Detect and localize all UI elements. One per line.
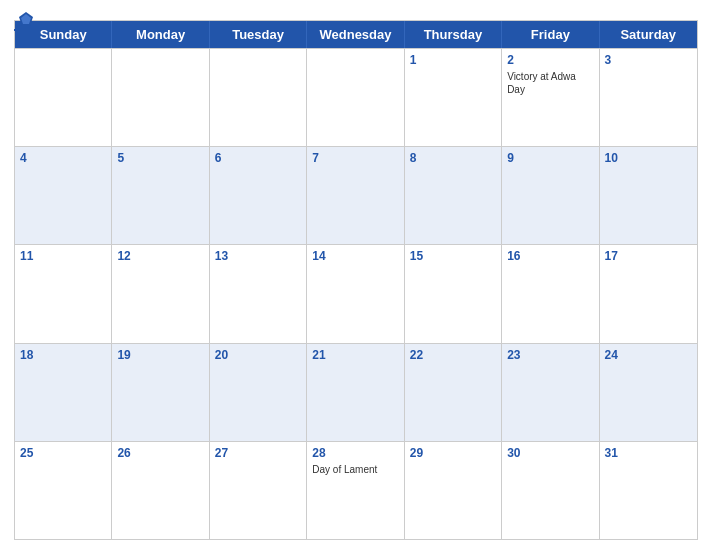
day-number: 12 xyxy=(117,248,203,265)
day-cell: 2Victory at Adwa Day xyxy=(502,49,599,146)
day-cell: 20 xyxy=(210,344,307,441)
day-number: 21 xyxy=(312,347,398,364)
day-cell: 17 xyxy=(600,245,697,342)
day-header-friday: Friday xyxy=(502,21,599,48)
day-number: 10 xyxy=(605,150,692,167)
day-number: 25 xyxy=(20,445,106,462)
day-number: 18 xyxy=(20,347,106,364)
day-number: 29 xyxy=(410,445,496,462)
logo-underline xyxy=(14,29,35,31)
week-row-2: 45678910 xyxy=(15,146,697,244)
day-number: 22 xyxy=(410,347,496,364)
logo xyxy=(14,10,35,31)
week-row-5: 25262728Day of Lament293031 xyxy=(15,441,697,539)
holiday-label: Day of Lament xyxy=(312,463,398,476)
day-number: 16 xyxy=(507,248,593,265)
day-number: 3 xyxy=(605,52,692,69)
day-number: 19 xyxy=(117,347,203,364)
day-number: 27 xyxy=(215,445,301,462)
day-cell: 6 xyxy=(210,147,307,244)
day-number: 5 xyxy=(117,150,203,167)
day-number: 26 xyxy=(117,445,203,462)
day-number: 13 xyxy=(215,248,301,265)
day-cell: 13 xyxy=(210,245,307,342)
day-cell: 14 xyxy=(307,245,404,342)
day-cell: 21 xyxy=(307,344,404,441)
calendar-header xyxy=(14,10,698,14)
day-header-tuesday: Tuesday xyxy=(210,21,307,48)
day-header-monday: Monday xyxy=(112,21,209,48)
day-header-thursday: Thursday xyxy=(405,21,502,48)
day-number: 8 xyxy=(410,150,496,167)
logo-icon xyxy=(17,10,35,28)
day-number: 20 xyxy=(215,347,301,364)
day-cell: 22 xyxy=(405,344,502,441)
week-row-3: 11121314151617 xyxy=(15,244,697,342)
day-cell: 19 xyxy=(112,344,209,441)
day-number: 28 xyxy=(312,445,398,462)
day-cell: 12 xyxy=(112,245,209,342)
day-number: 6 xyxy=(215,150,301,167)
day-cell xyxy=(210,49,307,146)
day-headers-row: SundayMondayTuesdayWednesdayThursdayFrid… xyxy=(15,21,697,48)
calendar-grid: SundayMondayTuesdayWednesdayThursdayFrid… xyxy=(14,20,698,540)
day-number: 31 xyxy=(605,445,692,462)
day-cell: 31 xyxy=(600,442,697,539)
day-cell: 24 xyxy=(600,344,697,441)
calendar-wrapper: SundayMondayTuesdayWednesdayThursdayFrid… xyxy=(0,0,712,550)
day-number: 7 xyxy=(312,150,398,167)
day-number: 30 xyxy=(507,445,593,462)
day-cell: 7 xyxy=(307,147,404,244)
day-cell: 16 xyxy=(502,245,599,342)
day-cell: 9 xyxy=(502,147,599,244)
day-cell: 8 xyxy=(405,147,502,244)
day-number: 17 xyxy=(605,248,692,265)
day-cell: 25 xyxy=(15,442,112,539)
day-cell: 30 xyxy=(502,442,599,539)
day-cell: 4 xyxy=(15,147,112,244)
day-cell xyxy=(112,49,209,146)
day-cell: 1 xyxy=(405,49,502,146)
day-cell: 15 xyxy=(405,245,502,342)
day-number: 23 xyxy=(507,347,593,364)
day-cell: 26 xyxy=(112,442,209,539)
day-number: 1 xyxy=(410,52,496,69)
day-cell: 3 xyxy=(600,49,697,146)
holiday-label: Victory at Adwa Day xyxy=(507,70,593,96)
day-number: 4 xyxy=(20,150,106,167)
day-cell: 28Day of Lament xyxy=(307,442,404,539)
day-number: 2 xyxy=(507,52,593,69)
day-cell: 18 xyxy=(15,344,112,441)
day-header-saturday: Saturday xyxy=(600,21,697,48)
day-cell xyxy=(15,49,112,146)
day-number: 14 xyxy=(312,248,398,265)
week-row-4: 18192021222324 xyxy=(15,343,697,441)
day-number: 24 xyxy=(605,347,692,364)
day-cell: 11 xyxy=(15,245,112,342)
day-number: 15 xyxy=(410,248,496,265)
day-cell xyxy=(307,49,404,146)
day-cell: 29 xyxy=(405,442,502,539)
day-cell: 23 xyxy=(502,344,599,441)
day-cell: 10 xyxy=(600,147,697,244)
weeks-container: 12Victory at Adwa Day3456789101112131415… xyxy=(15,48,697,539)
day-number: 9 xyxy=(507,150,593,167)
day-cell: 27 xyxy=(210,442,307,539)
day-header-wednesday: Wednesday xyxy=(307,21,404,48)
day-number: 11 xyxy=(20,248,106,265)
week-row-1: 12Victory at Adwa Day3 xyxy=(15,48,697,146)
day-cell: 5 xyxy=(112,147,209,244)
